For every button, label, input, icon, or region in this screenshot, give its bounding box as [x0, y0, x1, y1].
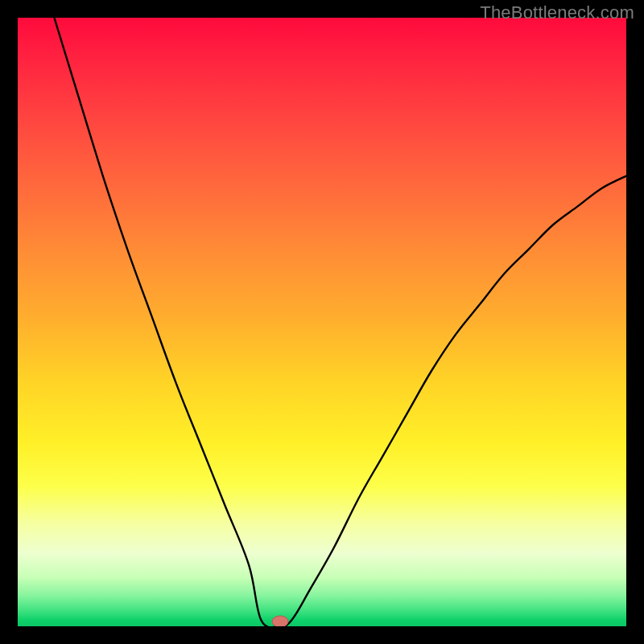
optimum-marker: [272, 616, 288, 626]
chart-frame: [18, 18, 626, 626]
bottleneck-curve: [54, 18, 626, 626]
curve-svg: [18, 18, 626, 626]
watermark-text: TheBottleneck.com: [480, 2, 634, 23]
plot-area: [18, 18, 626, 626]
